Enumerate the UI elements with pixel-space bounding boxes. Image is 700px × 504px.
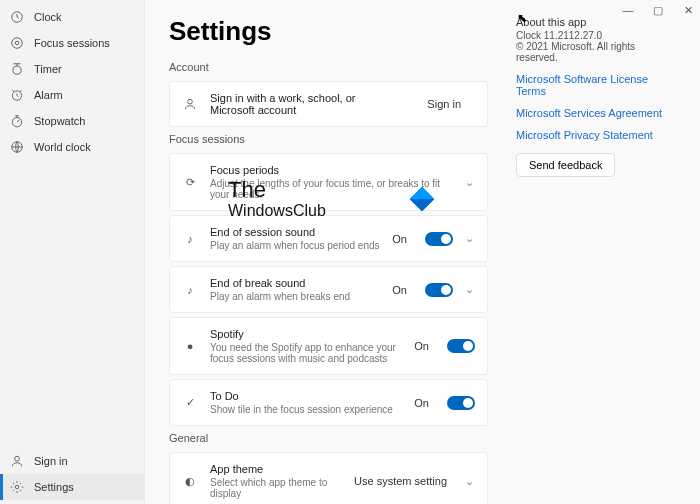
sound-icon: ♪: [182, 284, 198, 296]
globe-icon: [10, 140, 24, 154]
card-desc: Select which app theme to display: [210, 477, 342, 499]
privacy-link[interactable]: Microsoft Privacy Statement: [516, 129, 676, 141]
toggle-state: On: [392, 284, 407, 296]
close-button[interactable]: ✕: [682, 4, 694, 17]
toggle-state: On: [392, 233, 407, 245]
spotify-toggle[interactable]: [447, 339, 475, 353]
sidebar-item-label: World clock: [34, 141, 91, 153]
sidebar-item-clock[interactable]: Clock: [0, 4, 144, 30]
svg-point-1: [12, 38, 23, 49]
chevron-down-icon[interactable]: ⌄: [465, 232, 475, 245]
end-break-card: ♪ End of break sound Play an alarm when …: [169, 266, 488, 313]
sidebar: Clock Focus sessions Timer Alarm Stopwat…: [0, 0, 145, 504]
sidebar-item-label: Clock: [34, 11, 62, 23]
signin-button[interactable]: Sign in: [413, 94, 475, 114]
card-title: Focus periods: [210, 164, 453, 176]
sidebar-item-label: Alarm: [34, 89, 63, 101]
focus-periods-card[interactable]: ⟳ Focus periods Adjust the lengths of yo…: [169, 153, 488, 211]
card-title: Spotify: [210, 328, 402, 340]
chevron-down-icon: ⌄: [465, 475, 475, 488]
alarm-icon: [10, 88, 24, 102]
todo-card: ✓ To Do Show tile in the focus session e…: [169, 379, 488, 426]
account-text: Sign in with a work, school, or Microsof…: [210, 92, 401, 116]
theme-card[interactable]: ◐ App theme Select which app theme to di…: [169, 452, 488, 504]
todo-toggle[interactable]: [447, 396, 475, 410]
maximize-button[interactable]: ▢: [652, 4, 664, 17]
svg-point-5: [12, 118, 21, 127]
clock-icon: [10, 10, 24, 24]
user-icon: [182, 97, 198, 111]
sidebar-item-focus[interactable]: Focus sessions: [0, 30, 144, 56]
timer-icon: [10, 62, 24, 76]
card-title: To Do: [210, 390, 402, 402]
chevron-down-icon: ⌄: [465, 176, 475, 189]
main-content: Settings Account Sign in with a work, sc…: [145, 0, 700, 504]
card-desc: Play an alarm when breaks end: [210, 291, 380, 302]
chevron-down-icon[interactable]: ⌄: [465, 283, 475, 296]
section-general: General: [169, 432, 488, 444]
svg-point-9: [188, 99, 193, 104]
sidebar-item-timer[interactable]: Timer: [0, 56, 144, 82]
stopwatch-icon: [10, 114, 24, 128]
send-feedback-button[interactable]: Send feedback: [516, 153, 615, 177]
theme-value: Use system setting: [354, 475, 447, 487]
svg-point-2: [15, 41, 19, 45]
svg-point-3: [13, 66, 21, 74]
services-link[interactable]: Microsoft Services Agreement: [516, 107, 676, 119]
about-version: Clock 11.2112.27.0: [516, 30, 676, 41]
card-desc: Show tile in the focus session experienc…: [210, 404, 402, 415]
sidebar-item-label: Timer: [34, 63, 62, 75]
sidebar-item-label: Settings: [34, 481, 74, 493]
page-title: Settings: [169, 16, 488, 47]
about-pane: About this app Clock 11.2112.27.0 © 2021…: [516, 16, 676, 488]
todo-icon: ✓: [182, 396, 198, 409]
card-title: App theme: [210, 463, 342, 475]
sound-icon: ♪: [182, 233, 198, 245]
end-break-toggle[interactable]: [425, 283, 453, 297]
card-title: End of break sound: [210, 277, 380, 289]
spotify-card: ● Spotify You need the Spotify app to en…: [169, 317, 488, 375]
sidebar-item-settings[interactable]: Settings: [0, 474, 144, 500]
sidebar-item-label: Focus sessions: [34, 37, 110, 49]
card-desc: You need the Spotify app to enhance your…: [210, 342, 402, 364]
adjust-icon: ⟳: [182, 176, 198, 189]
about-title: About this app: [516, 16, 676, 28]
license-link[interactable]: Microsoft Software License Terms: [516, 73, 676, 97]
svg-point-7: [15, 456, 20, 461]
card-desc: Play an alarm when focus period ends: [210, 240, 380, 251]
sidebar-item-world[interactable]: World clock: [0, 134, 144, 160]
sidebar-item-signin[interactable]: Sign in: [0, 448, 144, 474]
focus-icon: [10, 36, 24, 50]
end-session-toggle[interactable]: [425, 232, 453, 246]
gear-icon: [10, 480, 24, 494]
sidebar-item-label: Stopwatch: [34, 115, 85, 127]
sidebar-item-alarm[interactable]: Alarm: [0, 82, 144, 108]
minimize-button[interactable]: —: [622, 4, 634, 17]
user-icon: [10, 454, 24, 468]
spotify-icon: ●: [182, 340, 198, 352]
section-account: Account: [169, 61, 488, 73]
sidebar-item-stopwatch[interactable]: Stopwatch: [0, 108, 144, 134]
sidebar-item-label: Sign in: [34, 455, 68, 467]
theme-icon: ◐: [182, 475, 198, 488]
section-focus: Focus sessions: [169, 133, 488, 145]
toggle-state: On: [414, 397, 429, 409]
end-session-card: ♪ End of session sound Play an alarm whe…: [169, 215, 488, 262]
toggle-state: On: [414, 340, 429, 352]
svg-point-8: [15, 485, 19, 489]
account-card: Sign in with a work, school, or Microsof…: [169, 81, 488, 127]
about-copyright: © 2021 Microsoft. All rights reserved.: [516, 41, 676, 63]
card-title: End of session sound: [210, 226, 380, 238]
